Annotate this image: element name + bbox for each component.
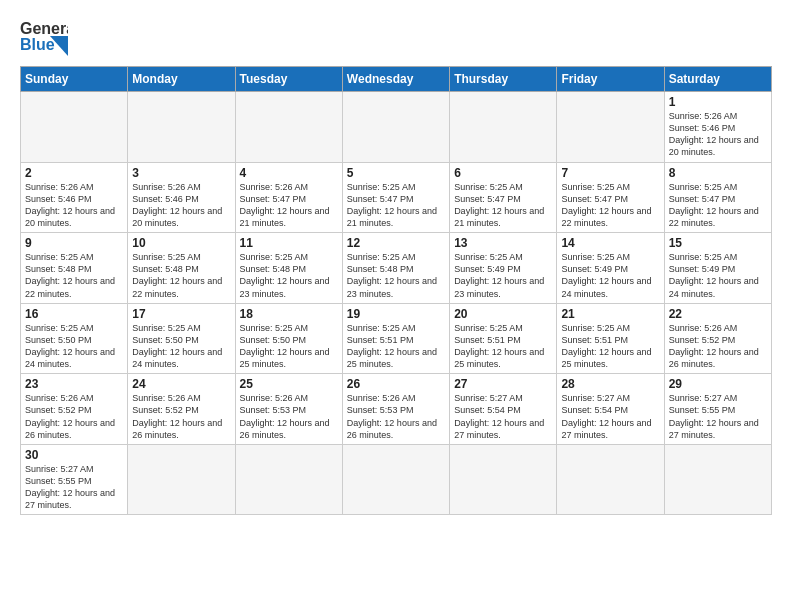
day-number: 12 xyxy=(347,236,445,250)
day-number: 14 xyxy=(561,236,659,250)
day-number: 5 xyxy=(347,166,445,180)
weekday-header-row: Sunday Monday Tuesday Wednesday Thursday… xyxy=(21,67,772,92)
calendar-cell: 14Sunrise: 5:25 AMSunset: 5:49 PMDayligh… xyxy=(557,233,664,304)
day-number: 11 xyxy=(240,236,338,250)
day-number: 1 xyxy=(669,95,767,109)
header-thursday: Thursday xyxy=(450,67,557,92)
day-number: 30 xyxy=(25,448,123,462)
day-info: Sunrise: 5:27 AMSunset: 5:54 PMDaylight:… xyxy=(454,392,552,441)
day-number: 8 xyxy=(669,166,767,180)
calendar-cell xyxy=(342,444,449,515)
day-number: 18 xyxy=(240,307,338,321)
day-info: Sunrise: 5:26 AMSunset: 5:53 PMDaylight:… xyxy=(240,392,338,441)
calendar-cell xyxy=(235,92,342,163)
day-info: Sunrise: 5:25 AMSunset: 5:49 PMDaylight:… xyxy=(669,251,767,300)
calendar-cell xyxy=(21,92,128,163)
day-info: Sunrise: 5:25 AMSunset: 5:48 PMDaylight:… xyxy=(240,251,338,300)
header-friday: Friday xyxy=(557,67,664,92)
day-number: 7 xyxy=(561,166,659,180)
calendar-cell xyxy=(450,444,557,515)
day-number: 28 xyxy=(561,377,659,391)
calendar-cell: 24Sunrise: 5:26 AMSunset: 5:52 PMDayligh… xyxy=(128,374,235,445)
calendar-cell xyxy=(557,92,664,163)
day-info: Sunrise: 5:26 AMSunset: 5:46 PMDaylight:… xyxy=(669,110,767,159)
calendar-cell: 29Sunrise: 5:27 AMSunset: 5:55 PMDayligh… xyxy=(664,374,771,445)
day-info: Sunrise: 5:26 AMSunset: 5:47 PMDaylight:… xyxy=(240,181,338,230)
calendar-cell: 13Sunrise: 5:25 AMSunset: 5:49 PMDayligh… xyxy=(450,233,557,304)
header-wednesday: Wednesday xyxy=(342,67,449,92)
svg-text:Blue: Blue xyxy=(20,36,55,53)
calendar-cell: 19Sunrise: 5:25 AMSunset: 5:51 PMDayligh… xyxy=(342,303,449,374)
calendar-cell: 18Sunrise: 5:25 AMSunset: 5:50 PMDayligh… xyxy=(235,303,342,374)
day-number: 4 xyxy=(240,166,338,180)
day-number: 3 xyxy=(132,166,230,180)
day-number: 24 xyxy=(132,377,230,391)
calendar-cell: 28Sunrise: 5:27 AMSunset: 5:54 PMDayligh… xyxy=(557,374,664,445)
calendar-cell: 26Sunrise: 5:26 AMSunset: 5:53 PMDayligh… xyxy=(342,374,449,445)
calendar-cell: 4Sunrise: 5:26 AMSunset: 5:47 PMDaylight… xyxy=(235,162,342,233)
day-info: Sunrise: 5:25 AMSunset: 5:48 PMDaylight:… xyxy=(25,251,123,300)
day-info: Sunrise: 5:26 AMSunset: 5:52 PMDaylight:… xyxy=(25,392,123,441)
day-info: Sunrise: 5:25 AMSunset: 5:49 PMDaylight:… xyxy=(454,251,552,300)
calendar-cell: 1Sunrise: 5:26 AMSunset: 5:46 PMDaylight… xyxy=(664,92,771,163)
calendar-cell xyxy=(235,444,342,515)
day-info: Sunrise: 5:25 AMSunset: 5:47 PMDaylight:… xyxy=(347,181,445,230)
day-number: 15 xyxy=(669,236,767,250)
day-info: Sunrise: 5:25 AMSunset: 5:47 PMDaylight:… xyxy=(669,181,767,230)
calendar-cell: 12Sunrise: 5:25 AMSunset: 5:48 PMDayligh… xyxy=(342,233,449,304)
day-info: Sunrise: 5:27 AMSunset: 5:54 PMDaylight:… xyxy=(561,392,659,441)
calendar-cell: 27Sunrise: 5:27 AMSunset: 5:54 PMDayligh… xyxy=(450,374,557,445)
calendar-cell: 16Sunrise: 5:25 AMSunset: 5:50 PMDayligh… xyxy=(21,303,128,374)
day-info: Sunrise: 5:25 AMSunset: 5:50 PMDaylight:… xyxy=(25,322,123,371)
day-number: 6 xyxy=(454,166,552,180)
calendar-cell: 21Sunrise: 5:25 AMSunset: 5:51 PMDayligh… xyxy=(557,303,664,374)
day-info: Sunrise: 5:25 AMSunset: 5:50 PMDaylight:… xyxy=(240,322,338,371)
day-info: Sunrise: 5:26 AMSunset: 5:52 PMDaylight:… xyxy=(669,322,767,371)
day-info: Sunrise: 5:25 AMSunset: 5:49 PMDaylight:… xyxy=(561,251,659,300)
calendar-cell xyxy=(342,92,449,163)
calendar-cell xyxy=(128,92,235,163)
calendar-cell: 20Sunrise: 5:25 AMSunset: 5:51 PMDayligh… xyxy=(450,303,557,374)
day-number: 26 xyxy=(347,377,445,391)
day-info: Sunrise: 5:27 AMSunset: 5:55 PMDaylight:… xyxy=(669,392,767,441)
calendar-cell: 6Sunrise: 5:25 AMSunset: 5:47 PMDaylight… xyxy=(450,162,557,233)
calendar-cell: 23Sunrise: 5:26 AMSunset: 5:52 PMDayligh… xyxy=(21,374,128,445)
calendar-cell: 5Sunrise: 5:25 AMSunset: 5:47 PMDaylight… xyxy=(342,162,449,233)
calendar-cell: 10Sunrise: 5:25 AMSunset: 5:48 PMDayligh… xyxy=(128,233,235,304)
calendar-cell: 2Sunrise: 5:26 AMSunset: 5:46 PMDaylight… xyxy=(21,162,128,233)
day-number: 29 xyxy=(669,377,767,391)
calendar-table: Sunday Monday Tuesday Wednesday Thursday… xyxy=(20,66,772,515)
day-info: Sunrise: 5:25 AMSunset: 5:50 PMDaylight:… xyxy=(132,322,230,371)
calendar-cell: 15Sunrise: 5:25 AMSunset: 5:49 PMDayligh… xyxy=(664,233,771,304)
day-number: 27 xyxy=(454,377,552,391)
calendar-cell: 11Sunrise: 5:25 AMSunset: 5:48 PMDayligh… xyxy=(235,233,342,304)
svg-text:General: General xyxy=(20,20,68,37)
day-info: Sunrise: 5:25 AMSunset: 5:51 PMDaylight:… xyxy=(454,322,552,371)
logo-icon: General Blue xyxy=(20,16,68,58)
day-number: 19 xyxy=(347,307,445,321)
day-info: Sunrise: 5:25 AMSunset: 5:51 PMDaylight:… xyxy=(561,322,659,371)
header: General Blue xyxy=(20,16,772,58)
calendar-cell: 9Sunrise: 5:25 AMSunset: 5:48 PMDaylight… xyxy=(21,233,128,304)
day-number: 13 xyxy=(454,236,552,250)
day-info: Sunrise: 5:26 AMSunset: 5:52 PMDaylight:… xyxy=(132,392,230,441)
day-number: 21 xyxy=(561,307,659,321)
header-saturday: Saturday xyxy=(664,67,771,92)
logo: General Blue xyxy=(20,16,68,58)
day-number: 16 xyxy=(25,307,123,321)
day-info: Sunrise: 5:27 AMSunset: 5:55 PMDaylight:… xyxy=(25,463,123,512)
header-sunday: Sunday xyxy=(21,67,128,92)
day-number: 23 xyxy=(25,377,123,391)
calendar-cell: 17Sunrise: 5:25 AMSunset: 5:50 PMDayligh… xyxy=(128,303,235,374)
calendar-cell: 30Sunrise: 5:27 AMSunset: 5:55 PMDayligh… xyxy=(21,444,128,515)
day-info: Sunrise: 5:25 AMSunset: 5:48 PMDaylight:… xyxy=(132,251,230,300)
day-info: Sunrise: 5:25 AMSunset: 5:48 PMDaylight:… xyxy=(347,251,445,300)
day-info: Sunrise: 5:26 AMSunset: 5:46 PMDaylight:… xyxy=(132,181,230,230)
day-number: 22 xyxy=(669,307,767,321)
calendar-cell: 7Sunrise: 5:25 AMSunset: 5:47 PMDaylight… xyxy=(557,162,664,233)
header-monday: Monday xyxy=(128,67,235,92)
calendar-cell xyxy=(664,444,771,515)
calendar-cell: 3Sunrise: 5:26 AMSunset: 5:46 PMDaylight… xyxy=(128,162,235,233)
calendar-cell xyxy=(128,444,235,515)
day-number: 9 xyxy=(25,236,123,250)
